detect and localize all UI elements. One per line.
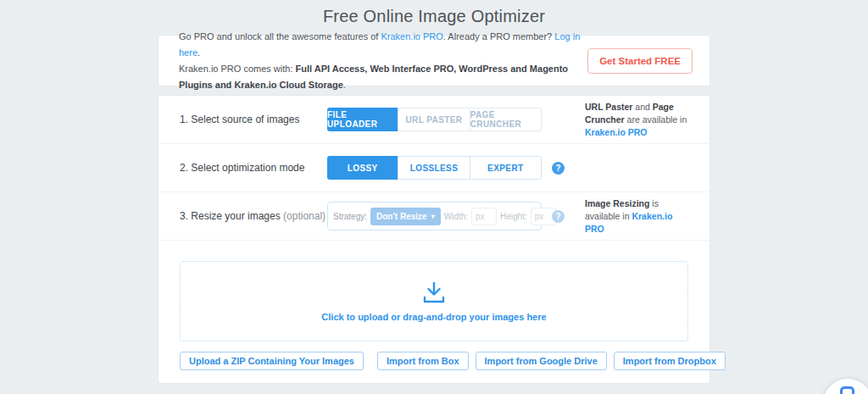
banner-line2-text2: . <box>343 80 346 90</box>
step-source-row: 1. Select source of images FILE UPLOADER… <box>159 96 709 144</box>
mode-help-icon[interactable]: ? <box>552 162 565 175</box>
import-dropbox-button[interactable]: Import from Dropbox <box>614 352 726 370</box>
pro-banner-line1: Go PRO and unlock all the awesome featur… <box>179 29 587 61</box>
resize-label-main: 3. Resize your images <box>180 210 281 222</box>
strategy-dropdown[interactable]: Don't Resize▾ <box>370 208 441 225</box>
pro-banner-line2: Kraken.io PRO comes with: Full API Acces… <box>179 61 587 93</box>
source-tab-group: FILE UPLOADER URL PASTER PAGE CRUNCHER <box>327 108 542 131</box>
source-note-pro-link[interactable]: Kraken.io PRO <box>585 127 648 137</box>
width-label: Width: <box>444 212 468 221</box>
banner-line1-text2: . Already a PRO member? <box>443 31 554 42</box>
source-pro-note: URL Paster and Page Cruncher are availab… <box>585 101 688 139</box>
step-resize-row: 3. Resize your images (optional) Strateg… <box>159 192 709 241</box>
note-url-paster: URL Paster <box>585 102 632 112</box>
resize-label-optional: (optional) <box>281 210 326 222</box>
height-label: Height: <box>500 212 527 221</box>
pro-banner: Go PRO and unlock all the awesome featur… <box>158 35 710 86</box>
banner-line1-text3: . <box>198 47 200 58</box>
tab-expert[interactable]: EXPERT <box>470 156 542 180</box>
kraken-pro-link[interactable]: Kraken.io PRO <box>381 31 442 42</box>
strategy-label: Strategy: <box>333 212 367 221</box>
import-box-button[interactable]: Import from Box <box>377 352 469 370</box>
resize-pro-note: Image Resizing is available in Kraken.io… <box>585 197 688 236</box>
tab-lossy[interactable]: LOSSY <box>327 156 398 180</box>
step-mode-row: 2. Select optimization mode LOSSY LOSSLE… <box>159 144 709 192</box>
step-mode-label: 2. Select optimization mode <box>180 162 327 174</box>
tab-url-paster[interactable]: URL PASTER <box>398 108 470 131</box>
chat-bubble-icon <box>840 386 854 394</box>
pro-banner-text: Go PRO and unlock all the awesome featur… <box>179 29 587 93</box>
mode-tab-group: LOSSY LOSSLESS EXPERT <box>327 156 542 180</box>
note-available: are available in <box>625 114 687 125</box>
upload-dropzone[interactable]: Click to upload or drag-and-drop your im… <box>180 261 688 341</box>
dropzone-label: Click to upload or drag-and-drop your im… <box>321 312 546 322</box>
width-input[interactable] <box>471 208 497 225</box>
tab-lossless[interactable]: LOSSLESS <box>398 156 470 180</box>
note-image-resizing: Image Resizing <box>585 198 649 208</box>
tab-page-cruncher[interactable]: PAGE CRUNCHER <box>470 108 542 131</box>
step-source-label: 1. Select source of images <box>180 114 327 125</box>
banner-line2-text: Kraken.io PRO comes with: <box>179 64 296 74</box>
banner-line1-text: Go PRO and unlock all the awesome featur… <box>179 31 381 42</box>
get-started-button[interactable]: Get Started FREE <box>587 48 693 74</box>
optimizer-panel: 1. Select source of images FILE UPLOADER… <box>158 95 710 384</box>
import-google-drive-button[interactable]: Import from Google Drive <box>476 352 607 370</box>
chevron-down-icon: ▾ <box>431 213 435 220</box>
resize-help-icon[interactable]: ? <box>552 210 565 223</box>
tab-file-uploader[interactable]: FILE UPLOADER <box>327 108 398 131</box>
upload-arrow-icon <box>421 281 447 304</box>
resize-controls: Strategy: Don't Resize▾ Width: Height: <box>327 202 542 230</box>
chat-launcher[interactable] <box>823 379 868 394</box>
page-title: Free Online Image Optimizer <box>0 0 868 26</box>
note-and: and <box>632 102 652 112</box>
step-resize-label: 3. Resize your images (optional) <box>180 210 327 222</box>
strategy-value: Don't Resize <box>376 212 427 221</box>
upload-zip-button[interactable]: Upload a ZIP Containing Your Images <box>180 352 364 370</box>
import-actions-row: Upload a ZIP Containing Your Images Impo… <box>180 352 688 370</box>
